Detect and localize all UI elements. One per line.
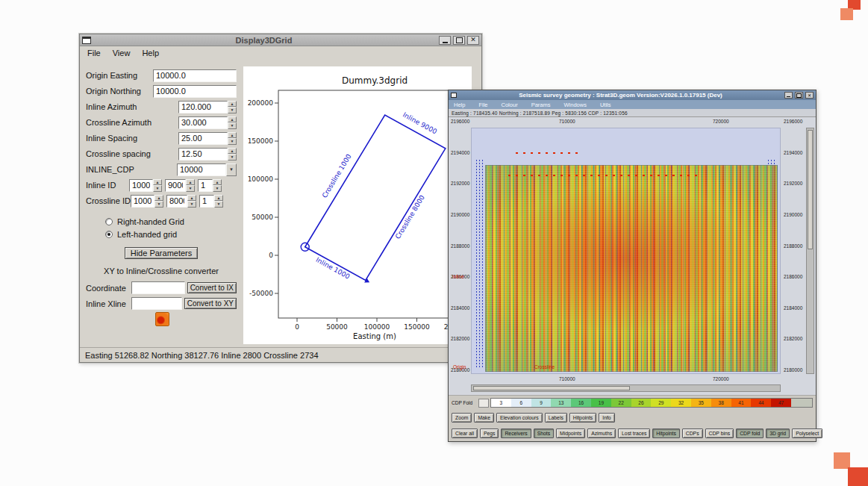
hide-parameters-button[interactable]: Hide Parameters bbox=[125, 247, 199, 259]
origin-northing-input[interactable] bbox=[153, 85, 237, 98]
fold-value-box[interactable] bbox=[478, 399, 489, 408]
crossline-id-first-input[interactable] bbox=[131, 195, 154, 208]
toolbar-button[interactable]: Hitpoints bbox=[569, 413, 596, 423]
horizontal-scrollbar[interactable] bbox=[471, 384, 781, 392]
inline-cdp-combo[interactable] bbox=[177, 163, 237, 176]
inline-id-step-input[interactable] bbox=[198, 179, 213, 192]
spin-down-icon[interactable] bbox=[228, 138, 237, 145]
toolbar-button[interactable]: Azimuths bbox=[587, 429, 616, 438]
inline-id-last-input[interactable] bbox=[165, 179, 186, 192]
convert-to-xy-button[interactable]: Convert to XY bbox=[184, 298, 237, 309]
minimize-button[interactable] bbox=[784, 92, 793, 99]
menu-help[interactable]: Help bbox=[142, 49, 159, 57]
vertical-scrollbar[interactable] bbox=[806, 128, 814, 374]
right-handed-radio-row[interactable]: Right-handed Grid bbox=[105, 215, 237, 228]
toolbar-button[interactable]: CDPs bbox=[682, 429, 703, 438]
spin-down-icon[interactable] bbox=[213, 185, 222, 192]
toolbar-button[interactable]: CDP bins bbox=[705, 429, 734, 438]
maximize-button[interactable] bbox=[795, 92, 803, 99]
titlebar[interactable]: Display3DGrid bbox=[80, 34, 481, 46]
crossline-id-last-input[interactable] bbox=[166, 195, 187, 208]
close-button[interactable] bbox=[467, 36, 479, 45]
left-handed-radio-row[interactable]: Left-handed grid bbox=[105, 228, 237, 240]
fold-scale-segment: 19 bbox=[591, 399, 611, 407]
maximize-button[interactable] bbox=[453, 36, 465, 45]
radio-left-handed[interactable] bbox=[105, 231, 113, 238]
spin-up-icon[interactable] bbox=[228, 101, 237, 108]
inline-xline-input[interactable] bbox=[131, 297, 182, 310]
coordinate-input[interactable] bbox=[131, 281, 185, 294]
toolbar-button[interactable]: Polyselect bbox=[792, 429, 822, 438]
spin-down-icon[interactable] bbox=[187, 201, 196, 208]
origin-easting-input[interactable] bbox=[153, 69, 237, 82]
menu-windows[interactable]: Windows bbox=[563, 102, 586, 108]
toolbar-button[interactable]: Make bbox=[474, 413, 494, 423]
cdp-fold-heatmap[interactable] bbox=[485, 165, 778, 372]
inline-cdp-value[interactable] bbox=[177, 163, 226, 176]
shot-points-row bbox=[516, 152, 583, 154]
toolbar-button[interactable]: Elevation colours bbox=[496, 413, 543, 423]
spin-up-icon[interactable] bbox=[214, 195, 223, 202]
horizontal-scrollbar-thumb[interactable] bbox=[473, 386, 630, 390]
y-axis-left: 2196000219400021920002190000218800021860… bbox=[451, 119, 470, 373]
menu-utils[interactable]: Utils bbox=[600, 102, 611, 108]
titlebar[interactable]: Seismic survey geometry : Strat3D.geom V… bbox=[449, 90, 816, 100]
inline-spacing-input[interactable] bbox=[178, 132, 228, 145]
spin-up-icon[interactable] bbox=[228, 148, 237, 155]
crossline-spacing-input[interactable] bbox=[178, 148, 228, 161]
inline-id-first-input[interactable] bbox=[129, 179, 153, 192]
crossline-id-step-input[interactable] bbox=[199, 195, 214, 208]
toolbar-button[interactable]: Zoom bbox=[452, 413, 472, 423]
spin-up-icon[interactable] bbox=[153, 179, 162, 186]
crossline-azimuth-input[interactable] bbox=[178, 116, 228, 129]
toolbar-button[interactable]: CDP fold bbox=[736, 429, 764, 438]
x-tick-label: 710000 bbox=[559, 376, 575, 381]
toolbar-button[interactable]: Shots bbox=[534, 429, 554, 438]
spin-down-icon[interactable] bbox=[228, 107, 237, 113]
toolbar-button[interactable]: Labels bbox=[545, 413, 567, 423]
menu-params[interactable]: Params bbox=[531, 102, 551, 108]
y-tick-label: -50000 bbox=[249, 290, 273, 297]
window-title: Seismic survey geometry : Strat3D.geom V… bbox=[459, 92, 782, 99]
toolbar-button[interactable]: Lost traces bbox=[618, 429, 650, 438]
toolbar-button[interactable]: Midpoints bbox=[556, 429, 585, 438]
spin-down-icon[interactable] bbox=[154, 201, 163, 208]
spin-up-icon[interactable] bbox=[154, 195, 163, 202]
menu-file[interactable]: File bbox=[478, 102, 487, 108]
toolbar-button[interactable]: 3D grid bbox=[766, 429, 790, 438]
fold-scale-segment: 16 bbox=[571, 399, 591, 407]
menu-help[interactable]: Help bbox=[454, 102, 465, 108]
survey-map[interactable] bbox=[471, 128, 781, 374]
spin-down-icon[interactable] bbox=[186, 185, 195, 192]
toolbar-button[interactable]: Pegs bbox=[480, 429, 499, 438]
menu-view[interactable]: View bbox=[113, 49, 131, 57]
decor-square-top-orange bbox=[840, 8, 853, 20]
spin-up-icon[interactable] bbox=[187, 195, 196, 202]
inline-azimuth-spinner bbox=[178, 101, 237, 113]
vertical-scrollbar-thumb[interactable] bbox=[808, 130, 813, 249]
convert-to-ix-button[interactable]: Convert to IX bbox=[187, 282, 237, 293]
radio-right-handed[interactable] bbox=[105, 218, 113, 225]
close-button[interactable] bbox=[805, 92, 814, 99]
chevron-down-icon[interactable] bbox=[226, 163, 237, 176]
toolbar-button[interactable]: Info bbox=[599, 413, 614, 423]
toolbar-button[interactable]: Receivers bbox=[501, 429, 531, 438]
toolbar-row-2: Clear allPegsReceiversShotsMidpointsAzim… bbox=[449, 426, 816, 441]
spin-up-icon[interactable] bbox=[228, 116, 237, 123]
spin-up-icon[interactable] bbox=[228, 132, 237, 139]
y-tick-label: 150000 bbox=[248, 137, 274, 145]
toolbar-button[interactable]: Clear all bbox=[452, 429, 478, 438]
grid-preview-plot[interactable]: Dummy.3dgrid 200000 150000 100000 50000 … bbox=[243, 66, 472, 344]
minimize-button[interactable] bbox=[439, 36, 451, 45]
toolbar-button[interactable]: Hitpoints bbox=[652, 429, 679, 438]
spin-down-icon[interactable] bbox=[153, 185, 162, 192]
spin-up-icon[interactable] bbox=[186, 179, 195, 186]
inline-azimuth-input[interactable] bbox=[178, 101, 228, 113]
spin-down-icon[interactable] bbox=[214, 201, 223, 208]
spin-down-icon[interactable] bbox=[228, 122, 237, 129]
menu-file[interactable]: File bbox=[87, 49, 101, 57]
crossline-id-step-spinner bbox=[199, 195, 223, 208]
menu-colour[interactable]: Colour bbox=[502, 102, 518, 108]
spin-down-icon[interactable] bbox=[228, 154, 237, 161]
spin-up-icon[interactable] bbox=[213, 179, 222, 186]
